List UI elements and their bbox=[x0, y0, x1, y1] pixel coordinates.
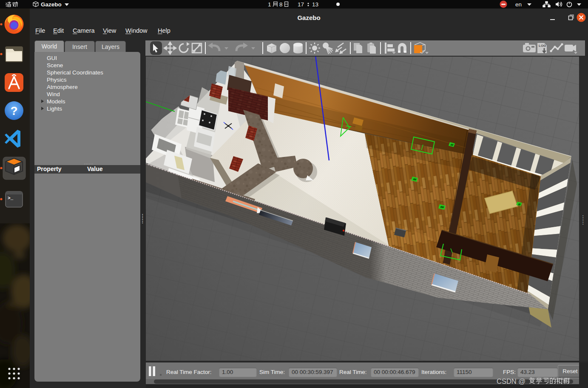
svg-text:Gazebo: Gazebo bbox=[41, 1, 62, 8]
svg-text:LOG: LOG bbox=[539, 44, 546, 48]
svg-text:en: en bbox=[515, 1, 522, 8]
svg-text:8: 8 bbox=[279, 1, 283, 8]
svg-text:>_: >_ bbox=[8, 196, 14, 201]
svg-text:17: 17 bbox=[298, 1, 304, 8]
svg-text:13: 13 bbox=[312, 1, 318, 8]
svg-text:?: ? bbox=[10, 104, 17, 117]
svg-text:1: 1 bbox=[268, 1, 271, 8]
